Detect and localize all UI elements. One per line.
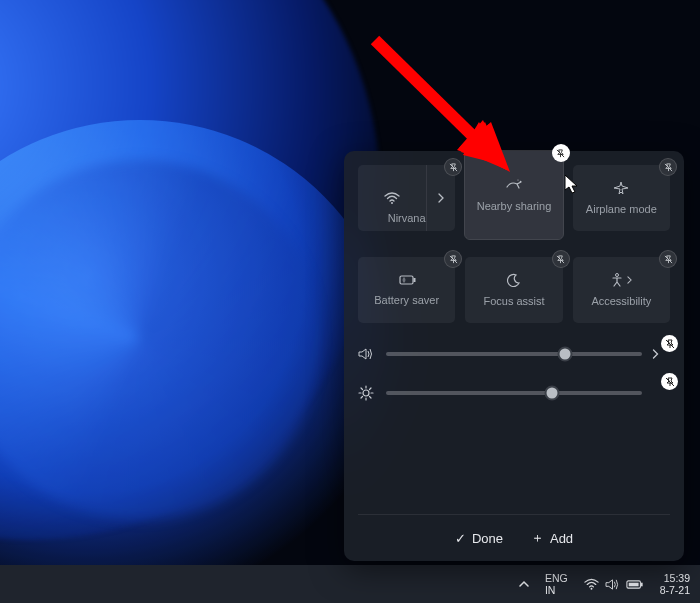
clock[interactable]: 15:39 8-7-21 [660,572,690,596]
speaker-icon [358,347,376,361]
quick-settings-row-1: Nirvana Nearby sharing Airplane mode [358,165,670,239]
lang-top: ENG [545,572,568,584]
brightness-thumb[interactable] [545,386,560,401]
volume-track[interactable] [386,352,642,356]
svg-point-32 [590,588,592,590]
tray-overflow-button[interactable] [513,576,535,592]
plus-icon: ＋ [531,529,544,547]
unpin-icon[interactable] [444,250,462,268]
tile-accessibility[interactable]: Accessibility [573,257,670,323]
tile-label: Nearby sharing [477,200,552,212]
sliders-section [358,347,670,401]
svg-rect-17 [413,278,415,282]
quick-settings-row-2: Battery saver Focus assist Accessibility [358,257,670,323]
wifi-icon [584,578,599,590]
svg-line-28 [361,388,363,390]
system-tray[interactable] [578,576,650,593]
wifi-icon [384,192,400,204]
unpin-icon[interactable] [661,335,678,352]
speaker-icon [605,578,620,591]
lang-bottom: IN [545,584,568,596]
svg-point-10 [391,202,393,204]
done-label: Done [472,531,503,546]
accessibility-icon [611,273,632,287]
tile-airplane-mode[interactable]: Airplane mode [573,165,670,231]
done-button[interactable]: ✓ Done [455,531,503,546]
svg-line-29 [370,397,372,399]
tile-label: Focus assist [483,295,544,307]
volume-thumb[interactable] [558,347,573,362]
tile-nearby-sharing[interactable]: Nearby sharing [465,151,562,239]
tile-label: Nirvana [358,212,455,224]
brightness-slider[interactable] [358,385,670,401]
svg-line-30 [361,397,363,399]
svg-point-23 [363,390,369,396]
unpin-icon[interactable] [552,250,570,268]
taskbar: ENG IN 15:39 8-7-21 [0,565,700,603]
unpin-icon[interactable] [659,250,677,268]
unpin-icon[interactable] [444,158,462,176]
quick-settings-panel: Nirvana Nearby sharing Airplane mode [344,151,684,561]
svg-point-20 [615,274,618,277]
tile-label: Accessibility [591,295,651,307]
svg-rect-35 [640,582,642,586]
svg-point-13 [517,179,518,180]
svg-line-31 [370,388,372,390]
unpin-icon[interactable] [661,373,678,390]
sun-icon [358,385,376,401]
battery-icon [626,579,644,590]
brightness-track[interactable] [386,391,642,395]
tile-battery-saver[interactable]: Battery saver [358,257,455,323]
date: 8-7-21 [660,584,690,596]
tile-label: Airplane mode [586,203,657,215]
chevron-right-icon [627,276,632,284]
moon-icon [507,273,521,287]
tile-wifi[interactable]: Nirvana [358,165,455,231]
svg-rect-34 [628,582,638,586]
add-label: Add [550,531,573,546]
add-button[interactable]: ＋ Add [531,529,573,547]
tile-focus-assist[interactable]: Focus assist [465,257,562,323]
chevron-right-icon [438,193,444,203]
panel-footer: ✓ Done ＋ Add [358,514,670,561]
tile-label: Battery saver [374,294,439,306]
battery-saver-icon [397,274,417,286]
unpin-icon[interactable] [552,144,570,162]
time: 15:39 [660,572,690,584]
svg-point-12 [520,181,522,183]
svg-rect-16 [400,276,413,284]
unpin-icon[interactable] [659,158,677,176]
volume-slider[interactable] [358,347,670,361]
nearby-sharing-icon [505,178,523,192]
airplane-icon [613,181,629,195]
check-icon: ✓ [455,531,466,546]
language-indicator[interactable]: ENG IN [545,572,568,596]
